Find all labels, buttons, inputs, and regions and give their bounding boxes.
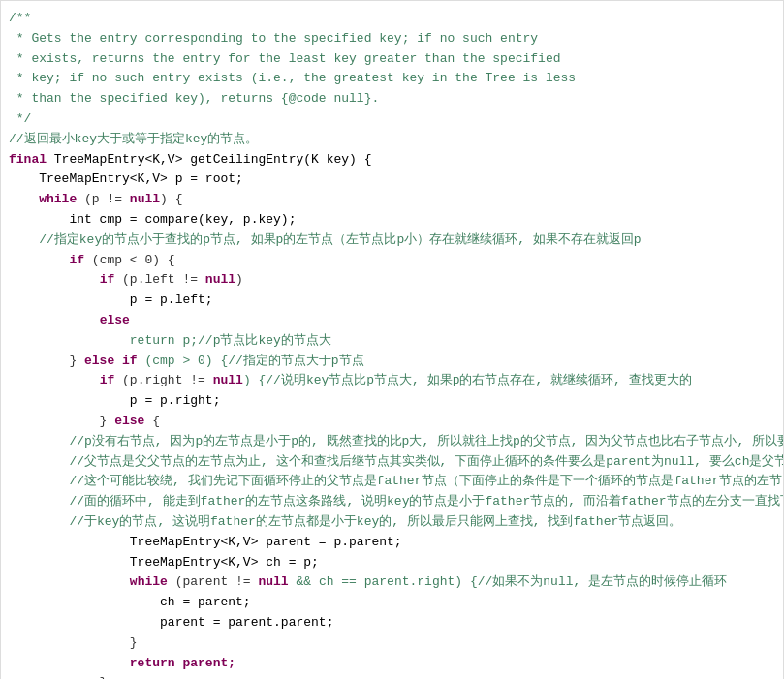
code-token: TreeMapEntry<K,V> parent = p.parent;	[9, 533, 402, 553]
code-line: } else if (cmp > 0) {//指定的节点大于p节点	[1, 352, 783, 372]
code-token: null	[205, 270, 235, 291]
code-token: //返回最小key大于或等于指定key的节点。	[9, 130, 258, 150]
code-token: int cmp = compare(key, p.key);	[9, 210, 296, 231]
code-line: * than the specified key), returns {@cod…	[1, 89, 783, 109]
code-line: if (p.left != null)	[1, 270, 783, 291]
code-token: TreeMapEntry<K,V> p = root;	[9, 170, 243, 190]
code-token: //面的循环中, 能走到father的左节点这条路线, 说明key的节点是小于f…	[9, 492, 784, 512]
code-token: }	[9, 633, 138, 654]
code-token: (p.right !=	[114, 371, 212, 391]
code-line: p = p.right;	[1, 391, 783, 412]
code-line: else	[1, 311, 783, 331]
code-token: && ch == parent.right) {//如果不为null, 是左节点…	[289, 572, 727, 593]
code-line: * key; if no such entry exists (i.e., th…	[1, 69, 783, 89]
code-token: ) {	[160, 190, 182, 210]
code-token: //于key的节点, 这说明father的左节点都是小于key的, 所以最后只能…	[9, 512, 681, 533]
code-token: /**	[9, 9, 31, 29]
code-line: TreeMapEntry<K,V> p = root;	[1, 170, 783, 190]
code-token: //父节点是父父节点的左节点为止, 这个和查找后继节点其实类似, 下面停止循环的…	[9, 452, 784, 473]
code-token: ch = parent;	[9, 593, 251, 613]
code-line: //p没有右节点, 因为p的左节点是小于p的, 既然查找的比p大, 所以就往上找…	[1, 432, 783, 452]
code-token: //指定key的节点小于查找的p节点, 如果p的左节点（左节点比p小）存在就继续…	[9, 231, 642, 251]
code-token: * key; if no such entry exists (i.e., th…	[9, 69, 576, 89]
code-line: * Gets the entry corresponding to the sp…	[1, 29, 783, 49]
code-token: //p没有右节点, 因为p的左节点是小于p的, 既然查找的比p大, 所以就往上找…	[9, 432, 784, 452]
code-token	[9, 311, 100, 331]
code-token: TreeMapEntry<K,V> getCeilingEntry(K key)…	[54, 150, 372, 170]
code-token	[9, 371, 100, 391]
code-token: }	[9, 352, 84, 372]
code-token: TreeMapEntry<K,V> ch = p;	[9, 553, 319, 573]
code-line: if (p.right != null) {//说明key节点比p节点大, 如果…	[1, 371, 783, 391]
code-token: return parent;	[9, 654, 235, 674]
code-line: p = p.left;	[1, 291, 783, 311]
code-token: null	[258, 572, 288, 593]
code-line: if (cmp < 0) {	[1, 251, 783, 271]
code-token	[9, 572, 130, 593]
code-block: /** * Gets the entry corresponding to th…	[1, 9, 783, 679]
code-line: */	[1, 109, 783, 130]
code-line: TreeMapEntry<K,V> ch = p;	[1, 553, 783, 573]
code-line: //父节点是父父节点的左节点为止, 这个和查找后继节点其实类似, 下面停止循环的…	[1, 452, 783, 473]
code-token: null	[213, 371, 243, 391]
code-token: if	[69, 251, 84, 271]
code-token: p = p.right;	[9, 391, 220, 412]
code-line: }	[1, 633, 783, 654]
code-token: (cmp > 0) {//指定的节点大于p节点	[138, 352, 364, 372]
code-line: return p;//p节点比key的节点大	[1, 331, 783, 352]
code-line: parent = parent.parent;	[1, 613, 783, 633]
code-token: final	[9, 150, 54, 170]
code-token: if	[100, 270, 115, 291]
code-token: }	[9, 412, 114, 432]
code-token: {	[144, 412, 160, 432]
code-token: while	[39, 190, 77, 210]
code-token: parent = parent.parent;	[9, 613, 333, 633]
code-line: return parent;	[1, 654, 783, 674]
code-token: else	[114, 412, 144, 432]
code-line: //于key的节点, 这说明father的左节点都是小于key的, 所以最后只能…	[1, 512, 783, 533]
code-token: * exists, returns the entry for the leas…	[9, 49, 561, 70]
code-token: }	[9, 673, 107, 679]
code-token: )	[235, 270, 243, 291]
code-token: (p.left !=	[114, 270, 205, 291]
code-line: while (p != null) {	[1, 190, 783, 210]
code-token: //这个可能比较绕, 我们先记下面循环停止的父节点是father节点（下面停止的…	[9, 472, 784, 492]
code-token: return p;//p节点比key的节点大	[9, 331, 331, 352]
code-container: /** * Gets the entry corresponding to th…	[0, 0, 784, 679]
code-line: while (parent != null && ch == parent.ri…	[1, 572, 783, 593]
code-token: * Gets the entry corresponding to the sp…	[9, 29, 538, 49]
code-line: //面的循环中, 能走到father的左节点这条路线, 说明key的节点是小于f…	[1, 492, 783, 512]
code-line: } else {	[1, 412, 783, 432]
code-line: //返回最小key大于或等于指定key的节点。	[1, 130, 783, 150]
code-token: null	[130, 190, 160, 210]
code-line: * exists, returns the entry for the leas…	[1, 49, 783, 70]
code-line: }	[1, 673, 783, 679]
code-token: (p !=	[77, 190, 130, 210]
code-token: ) {//说明key节点比p节点大, 如果p的右节点存在, 就继续循环, 查找更…	[243, 371, 692, 391]
code-token: * than the specified key), returns {@cod…	[9, 89, 379, 109]
code-token: */	[9, 109, 31, 130]
code-token	[9, 251, 69, 271]
code-token: else if	[84, 352, 138, 372]
code-token: p = p.left;	[9, 291, 213, 311]
code-line: final TreeMapEntry<K,V> getCeilingEntry(…	[1, 150, 783, 170]
code-line: TreeMapEntry<K,V> parent = p.parent;	[1, 533, 783, 553]
code-token: if	[100, 371, 115, 391]
code-token: (cmp < 0) {	[84, 251, 175, 271]
code-token	[9, 190, 39, 210]
code-line: ch = parent;	[1, 593, 783, 613]
code-line: //指定key的节点小于查找的p节点, 如果p的左节点（左节点比p小）存在就继续…	[1, 231, 783, 251]
code-line: int cmp = compare(key, p.key);	[1, 210, 783, 231]
code-token: while	[130, 572, 168, 593]
code-token: else	[100, 311, 130, 331]
code-token: (parent !=	[168, 572, 259, 593]
code-line: //这个可能比较绕, 我们先记下面循环停止的父节点是father节点（下面停止的…	[1, 472, 783, 492]
code-token	[9, 270, 100, 291]
code-line: /**	[1, 9, 783, 29]
